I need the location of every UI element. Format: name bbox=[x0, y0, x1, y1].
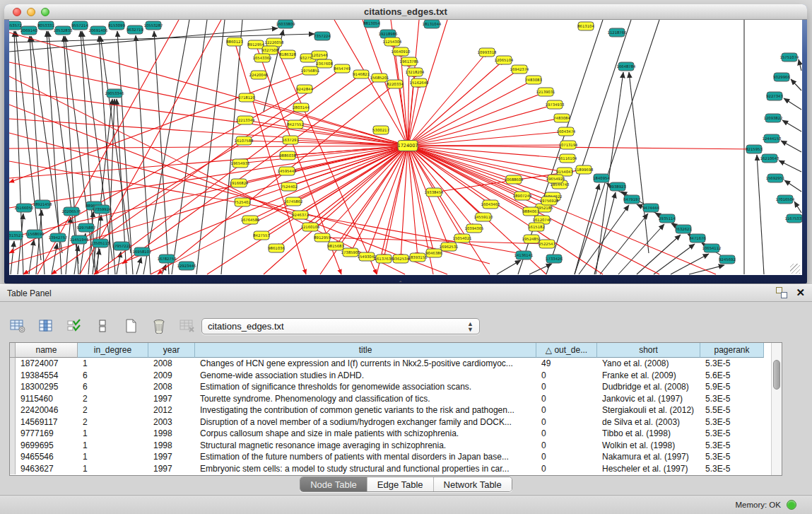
table-cell: 5.3E-5 bbox=[700, 393, 764, 405]
tab-node-table[interactable]: Node Table bbox=[300, 477, 367, 491]
node-label: 16543362 bbox=[253, 56, 272, 60]
node-label: 7483084 bbox=[553, 116, 570, 120]
table-row[interactable]: 911546021997Tourette syndrome. Phenomeno… bbox=[10, 393, 782, 405]
node-label: 18921458 bbox=[33, 202, 53, 206]
table-panel: ˆ Table Panel ✕ f(x) citations_edges.txt… bbox=[0, 284, 812, 514]
table-cell: 1 bbox=[78, 440, 148, 452]
column-header-title[interactable]: title bbox=[195, 343, 536, 358]
table-row[interactable]: 946554611997Estimation of the future num… bbox=[10, 451, 782, 463]
combobox-value: citations_edges.txt bbox=[208, 321, 467, 332]
network-canvas[interactable]: 9053572206914080533311053283395572142069… bbox=[9, 20, 802, 275]
table-row[interactable]: 2242004622012Investigating the contribut… bbox=[10, 404, 782, 416]
node-label: 9327508 bbox=[261, 48, 278, 52]
node-label: 19756851 bbox=[301, 69, 320, 73]
float-panel-icon[interactable] bbox=[776, 287, 787, 298]
node-label: 19524851 bbox=[522, 237, 541, 241]
column-header-pagerank[interactable]: pagerank bbox=[700, 343, 764, 358]
node-label: 10688609 bbox=[505, 177, 524, 182]
tab-network-table[interactable]: Network Table bbox=[434, 477, 512, 491]
row-header-cell bbox=[10, 463, 16, 475]
row-selection-icon[interactable] bbox=[65, 317, 83, 334]
table-row[interactable]: 1830029562008Estimation of significance … bbox=[10, 381, 782, 393]
node-label: 9884067 bbox=[522, 209, 539, 214]
node-label: 9815683 bbox=[327, 244, 344, 248]
node-label: 10654112 bbox=[702, 246, 722, 250]
table-row[interactable]: 969969511998Structural magnetic resonanc… bbox=[10, 440, 782, 452]
node-label: 8912954 bbox=[247, 42, 264, 47]
table-cell: 0 bbox=[536, 393, 597, 405]
node-label: 8215953 bbox=[746, 147, 763, 151]
node-label: 12139031 bbox=[536, 90, 555, 94]
column-header-short[interactable]: short bbox=[597, 343, 700, 358]
node-label: 2803144 bbox=[293, 105, 310, 110]
node-label: 8454749 bbox=[334, 66, 351, 71]
table-cell: Jankovic et al. (1997) bbox=[597, 393, 700, 405]
column-header-name[interactable]: name bbox=[16, 343, 78, 358]
column-header-in_degree[interactable]: in_degree bbox=[78, 343, 148, 358]
window-resize-grip[interactable] bbox=[790, 264, 800, 274]
table-cell: 5.6E-5 bbox=[700, 370, 764, 382]
row-header-cell bbox=[10, 381, 16, 393]
table-cell: 5.3E-5 bbox=[700, 440, 764, 452]
close-panel-icon[interactable]: ✕ bbox=[796, 287, 805, 298]
node-label: 18131044 bbox=[423, 22, 442, 26]
node-label: 8938923 bbox=[609, 185, 626, 189]
table-cell: 19384554 bbox=[16, 370, 78, 382]
table-row[interactable]: 1938455462009Genome-wide association stu… bbox=[10, 370, 782, 382]
node-label: 16107588 bbox=[235, 139, 254, 143]
tab-edge-table[interactable]: Edge Table bbox=[367, 477, 434, 491]
window-titlebar[interactable]: citations_edges.txt bbox=[4, 4, 807, 20]
node-label: 16958107 bbox=[133, 250, 152, 254]
table-cell: Investigating the contribution of common… bbox=[195, 404, 536, 416]
new-column-icon[interactable] bbox=[122, 317, 140, 334]
row-header-cell bbox=[10, 370, 16, 382]
node-label: 12923446 bbox=[177, 264, 197, 268]
attribute-table: namein_degreeyeartitle△ out_de...shortpa… bbox=[9, 342, 782, 476]
node-label: 14595443 bbox=[278, 169, 297, 173]
table-cell: Tourette syndrome. Phenomenology and cla… bbox=[195, 393, 536, 405]
node-label: 8471676 bbox=[689, 236, 706, 240]
node-label: 7524402 bbox=[281, 185, 298, 189]
column-header-year[interactable]: year bbox=[148, 343, 195, 358]
table-cell: Stergiakouli et al. (2012) bbox=[597, 404, 700, 416]
table-mode-icon[interactable] bbox=[8, 317, 27, 334]
node-label: 8153099 bbox=[108, 23, 125, 28]
node-label: 7357224 bbox=[314, 34, 331, 38]
table-cell: 6 bbox=[78, 370, 148, 382]
node-label: 9861036 bbox=[268, 246, 285, 250]
table-cell: 1 bbox=[78, 358, 148, 370]
table-row[interactable]: 1872400712008Changes of HCN gene express… bbox=[10, 358, 782, 370]
delete-column-icon[interactable] bbox=[150, 317, 168, 334]
vertical-scrollbar[interactable] bbox=[771, 343, 782, 475]
table-cell: 22420046 bbox=[16, 404, 78, 416]
node-label: 19613785 bbox=[400, 59, 419, 64]
table-cell: 1998 bbox=[148, 428, 195, 440]
table-row[interactable]: 977716911998Corpus callosum shape and si… bbox=[10, 428, 782, 440]
node-label: 2935114 bbox=[659, 216, 676, 221]
table-cell: 0 bbox=[536, 381, 597, 393]
node-label: 92975887 bbox=[77, 226, 96, 230]
table-select-combobox[interactable]: citations_edges.txt ▲▼ bbox=[201, 318, 480, 334]
table-cell: 2 bbox=[78, 416, 148, 428]
node-label: 10553287 bbox=[144, 23, 163, 28]
row-header-cell bbox=[10, 358, 16, 370]
row-height-icon[interactable] bbox=[93, 317, 112, 334]
table-row[interactable]: 1456911722003Disruption of a novel membe… bbox=[10, 416, 782, 428]
node-label: 18907249 bbox=[513, 194, 532, 198]
table-cell: Changes of HCN gene expression and I(f) … bbox=[195, 358, 536, 370]
node-label: 10532833 bbox=[54, 28, 73, 33]
node-label: 16962531 bbox=[440, 245, 459, 249]
table-panel-title: Table Panel bbox=[7, 288, 52, 298]
node-label: 2718120 bbox=[238, 95, 255, 100]
scrollbar-thumb[interactable] bbox=[773, 360, 780, 390]
divider-handle-icon[interactable]: ˆ bbox=[399, 281, 401, 288]
show-columns-icon[interactable] bbox=[37, 317, 55, 334]
node-label: 11675335 bbox=[785, 216, 802, 221]
node-label: 9313521 bbox=[9, 233, 23, 238]
node-label: 7525402 bbox=[234, 200, 251, 204]
node-label: 15751074 bbox=[780, 55, 800, 59]
node-label: 9362534 bbox=[392, 257, 409, 261]
table-row[interactable]: 946362711997Embryonic stem cells: a mode… bbox=[10, 463, 782, 475]
table-cell: 9465546 bbox=[16, 451, 78, 463]
column-header-out_de[interactable]: △ out_de... bbox=[536, 343, 597, 358]
